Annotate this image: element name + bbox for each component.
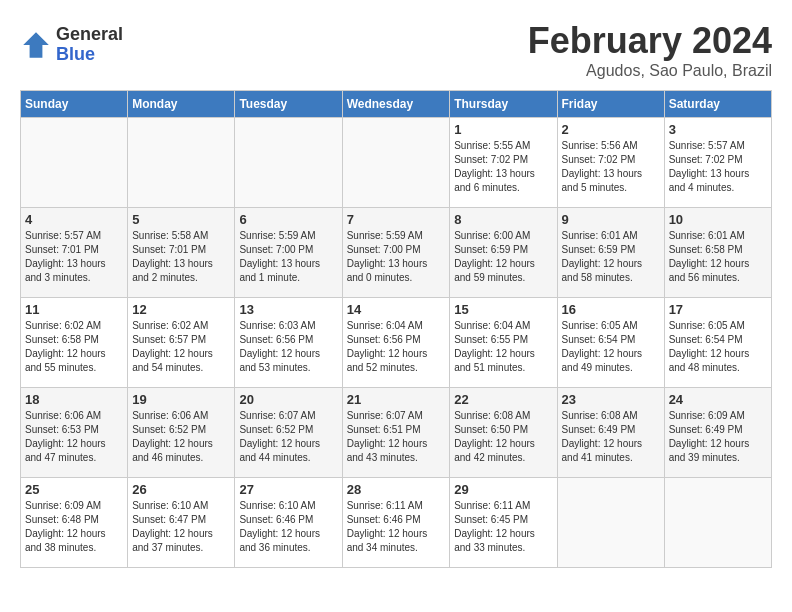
calendar-cell: 6Sunrise: 5:59 AM Sunset: 7:00 PM Daylig… <box>235 208 342 298</box>
calendar-cell: 15Sunrise: 6:04 AM Sunset: 6:55 PM Dayli… <box>450 298 557 388</box>
calendar-week-row: 18Sunrise: 6:06 AM Sunset: 6:53 PM Dayli… <box>21 388 772 478</box>
day-info: Sunrise: 6:07 AM Sunset: 6:52 PM Dayligh… <box>239 409 337 465</box>
day-info: Sunrise: 6:10 AM Sunset: 6:47 PM Dayligh… <box>132 499 230 555</box>
logo: General Blue <box>20 25 123 65</box>
day-number: 26 <box>132 482 230 497</box>
day-number: 5 <box>132 212 230 227</box>
day-number: 9 <box>562 212 660 227</box>
day-info: Sunrise: 5:58 AM Sunset: 7:01 PM Dayligh… <box>132 229 230 285</box>
calendar-cell: 24Sunrise: 6:09 AM Sunset: 6:49 PM Dayli… <box>664 388 771 478</box>
calendar-cell: 28Sunrise: 6:11 AM Sunset: 6:46 PM Dayli… <box>342 478 450 568</box>
calendar-week-row: 11Sunrise: 6:02 AM Sunset: 6:58 PM Dayli… <box>21 298 772 388</box>
calendar-table: SundayMondayTuesdayWednesdayThursdayFrid… <box>20 90 772 568</box>
calendar-cell: 16Sunrise: 6:05 AM Sunset: 6:54 PM Dayli… <box>557 298 664 388</box>
day-info: Sunrise: 6:11 AM Sunset: 6:45 PM Dayligh… <box>454 499 552 555</box>
day-number: 6 <box>239 212 337 227</box>
day-number: 13 <box>239 302 337 317</box>
day-info: Sunrise: 5:57 AM Sunset: 7:02 PM Dayligh… <box>669 139 767 195</box>
calendar-cell: 2Sunrise: 5:56 AM Sunset: 7:02 PM Daylig… <box>557 118 664 208</box>
month-title: February 2024 <box>528 20 772 62</box>
day-info: Sunrise: 5:57 AM Sunset: 7:01 PM Dayligh… <box>25 229 123 285</box>
day-number: 4 <box>25 212 123 227</box>
day-info: Sunrise: 6:04 AM Sunset: 6:55 PM Dayligh… <box>454 319 552 375</box>
day-info: Sunrise: 6:04 AM Sunset: 6:56 PM Dayligh… <box>347 319 446 375</box>
day-info: Sunrise: 6:03 AM Sunset: 6:56 PM Dayligh… <box>239 319 337 375</box>
day-info: Sunrise: 6:05 AM Sunset: 6:54 PM Dayligh… <box>669 319 767 375</box>
logo-icon <box>20 29 52 61</box>
day-number: 25 <box>25 482 123 497</box>
day-info: Sunrise: 6:05 AM Sunset: 6:54 PM Dayligh… <box>562 319 660 375</box>
day-number: 21 <box>347 392 446 407</box>
day-info: Sunrise: 6:06 AM Sunset: 6:53 PM Dayligh… <box>25 409 123 465</box>
calendar-cell: 7Sunrise: 5:59 AM Sunset: 7:00 PM Daylig… <box>342 208 450 298</box>
day-number: 17 <box>669 302 767 317</box>
calendar-cell: 4Sunrise: 5:57 AM Sunset: 7:01 PM Daylig… <box>21 208 128 298</box>
day-info: Sunrise: 6:06 AM Sunset: 6:52 PM Dayligh… <box>132 409 230 465</box>
calendar-cell: 11Sunrise: 6:02 AM Sunset: 6:58 PM Dayli… <box>21 298 128 388</box>
calendar-cell: 29Sunrise: 6:11 AM Sunset: 6:45 PM Dayli… <box>450 478 557 568</box>
day-number: 8 <box>454 212 552 227</box>
calendar-cell <box>235 118 342 208</box>
day-info: Sunrise: 6:08 AM Sunset: 6:49 PM Dayligh… <box>562 409 660 465</box>
weekday-header-tuesday: Tuesday <box>235 91 342 118</box>
day-info: Sunrise: 6:02 AM Sunset: 6:57 PM Dayligh… <box>132 319 230 375</box>
day-info: Sunrise: 6:09 AM Sunset: 6:48 PM Dayligh… <box>25 499 123 555</box>
calendar-cell <box>557 478 664 568</box>
title-block: February 2024 Agudos, Sao Paulo, Brazil <box>528 20 772 80</box>
day-info: Sunrise: 6:08 AM Sunset: 6:50 PM Dayligh… <box>454 409 552 465</box>
day-info: Sunrise: 6:02 AM Sunset: 6:58 PM Dayligh… <box>25 319 123 375</box>
calendar-cell: 5Sunrise: 5:58 AM Sunset: 7:01 PM Daylig… <box>128 208 235 298</box>
calendar-cell: 18Sunrise: 6:06 AM Sunset: 6:53 PM Dayli… <box>21 388 128 478</box>
logo-blue: Blue <box>56 45 123 65</box>
day-number: 18 <box>25 392 123 407</box>
calendar-week-row: 4Sunrise: 5:57 AM Sunset: 7:01 PM Daylig… <box>21 208 772 298</box>
day-info: Sunrise: 6:01 AM Sunset: 6:59 PM Dayligh… <box>562 229 660 285</box>
day-info: Sunrise: 5:59 AM Sunset: 7:00 PM Dayligh… <box>239 229 337 285</box>
calendar-week-row: 25Sunrise: 6:09 AM Sunset: 6:48 PM Dayli… <box>21 478 772 568</box>
day-number: 3 <box>669 122 767 137</box>
page-header: General Blue February 2024 Agudos, Sao P… <box>20 20 772 80</box>
logo-text: General Blue <box>56 25 123 65</box>
calendar-cell <box>664 478 771 568</box>
logo-general: General <box>56 25 123 45</box>
day-number: 15 <box>454 302 552 317</box>
calendar-cell <box>342 118 450 208</box>
calendar-cell: 21Sunrise: 6:07 AM Sunset: 6:51 PM Dayli… <box>342 388 450 478</box>
calendar-cell: 10Sunrise: 6:01 AM Sunset: 6:58 PM Dayli… <box>664 208 771 298</box>
calendar-cell: 13Sunrise: 6:03 AM Sunset: 6:56 PM Dayli… <box>235 298 342 388</box>
calendar-cell <box>128 118 235 208</box>
calendar-cell: 26Sunrise: 6:10 AM Sunset: 6:47 PM Dayli… <box>128 478 235 568</box>
day-number: 27 <box>239 482 337 497</box>
day-info: Sunrise: 6:00 AM Sunset: 6:59 PM Dayligh… <box>454 229 552 285</box>
calendar-cell: 22Sunrise: 6:08 AM Sunset: 6:50 PM Dayli… <box>450 388 557 478</box>
day-number: 12 <box>132 302 230 317</box>
calendar-cell: 12Sunrise: 6:02 AM Sunset: 6:57 PM Dayli… <box>128 298 235 388</box>
day-number: 11 <box>25 302 123 317</box>
calendar-cell: 14Sunrise: 6:04 AM Sunset: 6:56 PM Dayli… <box>342 298 450 388</box>
day-number: 10 <box>669 212 767 227</box>
svg-marker-0 <box>23 32 49 58</box>
day-number: 20 <box>239 392 337 407</box>
day-number: 24 <box>669 392 767 407</box>
day-number: 22 <box>454 392 552 407</box>
day-number: 7 <box>347 212 446 227</box>
day-info: Sunrise: 6:09 AM Sunset: 6:49 PM Dayligh… <box>669 409 767 465</box>
calendar-cell: 19Sunrise: 6:06 AM Sunset: 6:52 PM Dayli… <box>128 388 235 478</box>
weekday-header-sunday: Sunday <box>21 91 128 118</box>
day-info: Sunrise: 5:55 AM Sunset: 7:02 PM Dayligh… <box>454 139 552 195</box>
day-number: 16 <box>562 302 660 317</box>
day-info: Sunrise: 6:11 AM Sunset: 6:46 PM Dayligh… <box>347 499 446 555</box>
weekday-header-monday: Monday <box>128 91 235 118</box>
day-info: Sunrise: 6:10 AM Sunset: 6:46 PM Dayligh… <box>239 499 337 555</box>
calendar-cell: 8Sunrise: 6:00 AM Sunset: 6:59 PM Daylig… <box>450 208 557 298</box>
day-info: Sunrise: 6:07 AM Sunset: 6:51 PM Dayligh… <box>347 409 446 465</box>
calendar-cell: 17Sunrise: 6:05 AM Sunset: 6:54 PM Dayli… <box>664 298 771 388</box>
calendar-cell: 1Sunrise: 5:55 AM Sunset: 7:02 PM Daylig… <box>450 118 557 208</box>
weekday-header-thursday: Thursday <box>450 91 557 118</box>
day-number: 19 <box>132 392 230 407</box>
calendar-cell: 27Sunrise: 6:10 AM Sunset: 6:46 PM Dayli… <box>235 478 342 568</box>
calendar-cell: 3Sunrise: 5:57 AM Sunset: 7:02 PM Daylig… <box>664 118 771 208</box>
weekday-header-wednesday: Wednesday <box>342 91 450 118</box>
calendar-cell: 20Sunrise: 6:07 AM Sunset: 6:52 PM Dayli… <box>235 388 342 478</box>
calendar-cell <box>21 118 128 208</box>
